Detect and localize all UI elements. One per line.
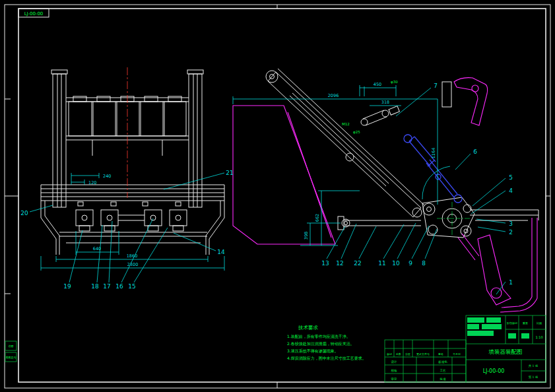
balloon-17: 17 [103,283,110,290]
sign-process: 工艺 [440,368,447,372]
margin-box-label-2: 底图总号 [6,356,16,359]
drawing-sheet: LJ-00-00 描图 底图总号 [0,0,555,392]
corner-label-box: LJ-00-00 [18,9,49,17]
dim-rv-vert-b: 398 [304,232,309,240]
note-line-4: 4.焊后消除应力，图中未注尺寸按工艺要求。 [287,356,366,361]
title-block: 阶段标记 重量 比例 1:10 填装器装配图 LJ-00-00 共 1 张 第 … [385,315,546,382]
dim-rv-top-span: 2096 [328,93,339,98]
balloon-16: 16 [115,283,123,290]
truck-frame [442,82,539,220]
balloon-3: 3 [509,220,513,227]
side-view [233,69,539,312]
technical-notes: 技术要求 1.装配前，所有零件均应清洗干净。 2.各铰接处加注润滑脂，转动应灵活… [287,325,366,361]
balloon-2: 2 [509,229,513,236]
lower-link [338,216,421,230]
front-view [41,67,224,255]
lock-bracket [458,234,511,305]
dim-lv-outer-width: 2300 [127,262,139,267]
dim-lv-inner-width: 1860 [127,253,138,259]
sheet-number: 第 1 张 [529,376,539,379]
annotation-a: M12 [342,122,350,126]
front-view-dimensions: 240 120 640 1860 2300 [41,173,224,271]
balloon-19: 19 [63,283,71,290]
margin-boxes: 描图 底图总号 [5,341,16,362]
dim-lv-detail-b: 120 [88,180,96,185]
rev-header-sign: 签名 [438,352,443,356]
balloon-18: 18 [91,283,99,290]
rev-header-mark: 标记 [387,352,392,356]
sheet-total: 共 1 张 [529,364,539,368]
pivot-cluster [422,197,474,238]
rev-header-date: 年月日 [453,352,461,356]
balloon-10: 10 [392,260,400,267]
dim-rv-link-a: 450 [374,82,381,87]
motion-arc [422,166,450,199]
sign-design: 设计 [391,360,398,364]
balloon-20: 20 [20,210,28,216]
drawing-number: LJ-00-00 [483,368,505,374]
cad-drawing: LJ-00-00 描图 底图总号 [0,0,555,392]
hopper-profile [233,106,335,244]
stage-label: 阶段标记 [507,321,517,325]
margin-box-label-1: 描图 [9,344,14,348]
tailgate-hook [454,78,488,125]
sign-check: 校核 [391,369,398,372]
dim-lv-detail-a: 240 [103,174,111,179]
annotation-b: φ25 [353,130,360,135]
balloon-6: 6 [473,148,477,155]
balloon-7: 7 [434,82,438,89]
note-line-2: 2.各铰接处加注润滑脂，转动应灵活。 [287,341,354,346]
corner-label: LJ-00-00 [24,11,44,16]
lift-arm [266,69,424,217]
dim-rv-vert-a: 662 [315,214,320,222]
balloon-1: 1 [509,279,513,286]
balloon-13: 13 [321,260,329,267]
balloon-12: 12 [336,260,343,267]
hydraulic-cylinder [404,135,462,203]
rev-header-zone: 分区 [405,352,410,356]
annotation-c: φ30 [391,80,398,84]
balloon-15: 15 [128,283,135,290]
notes-title: 技术要求 [298,325,319,331]
balloon-5: 5 [509,174,513,181]
upper-bracket [361,106,399,125]
scale-label: 比例 [537,321,542,325]
scale-value: 1:10 [535,335,542,339]
balloon-9: 9 [408,260,412,267]
balloon-11: 11 [378,260,385,267]
dim-rv-height: 1164 [431,148,436,159]
balloon-8: 8 [422,260,426,267]
balloon-21: 21 [226,170,233,176]
sign-approve: 批准 [440,377,447,381]
part-name: 填装器装配图 [488,348,523,355]
balloon-22: 22 [354,260,361,267]
rev-header-count: 处数 [396,352,401,356]
body-side-rail [500,218,537,312]
note-line-3: 3.液压系统不得有渗漏现象。 [287,348,339,354]
balloon-14: 14 [217,249,225,255]
sign-standard: 标准化 [438,360,447,364]
rev-header-file: 更改文件号 [416,352,430,356]
dim-rv-link-b: 318 [381,100,389,105]
sign-review: 审定 [391,377,398,381]
balloon-4: 4 [509,187,513,194]
weight-label: 重量 [522,321,528,325]
note-line-1: 1.装配前，所有零件均应清洗干净。 [287,334,350,339]
